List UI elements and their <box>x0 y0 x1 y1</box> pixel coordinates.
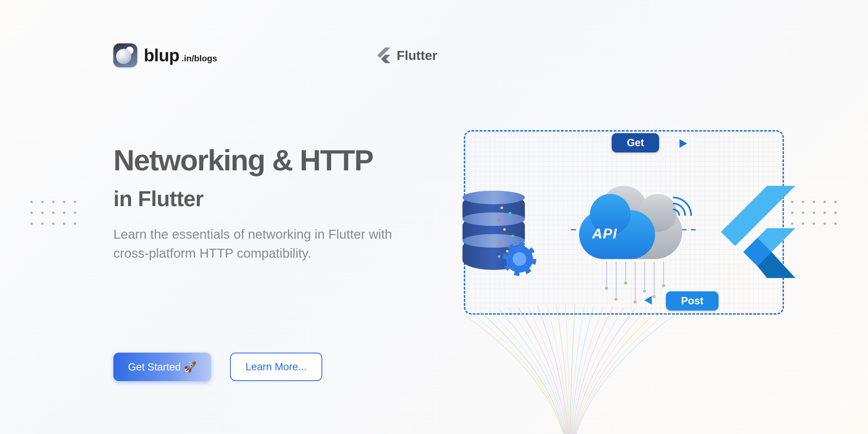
cta-group: Get Started 🚀 Learn More... <box>113 352 322 381</box>
data-stream-icon <box>603 262 674 305</box>
flutter-tag-label: Flutter <box>397 48 437 63</box>
hero-title-line1: Networking & HTTP <box>113 145 412 176</box>
decorative-dots-icon <box>30 201 77 226</box>
brand-name: blup <box>144 45 179 65</box>
http-get-chip: Get <box>612 133 659 152</box>
learn-more-button[interactable]: Learn More... <box>230 352 322 381</box>
hero-title-line2: in Flutter <box>113 186 412 211</box>
hero-subtitle: Learn the essentials of networking in Fl… <box>113 225 412 262</box>
brand-logo-icon <box>113 43 137 67</box>
api-cloud-icon: API <box>579 194 688 265</box>
get-started-button[interactable]: Get Started 🚀 <box>113 352 211 381</box>
api-label: API <box>592 225 617 242</box>
arrow-right-icon <box>680 139 687 148</box>
flutter-logo-icon <box>377 48 390 63</box>
wifi-icon <box>673 197 695 218</box>
flutter-logo-large-icon <box>720 186 796 278</box>
brand-text: blup .in/blogs <box>144 45 217 65</box>
decorative-dots-icon <box>791 201 838 226</box>
page-header: blup .in/blogs Flutter <box>113 43 437 67</box>
brand[interactable]: blup .in/blogs <box>113 43 217 67</box>
hero-section: Networking & HTTP in Flutter Learn the e… <box>113 145 412 263</box>
flow-box: Get Post API <box>464 130 784 315</box>
brand-path: .in/blogs <box>182 54 217 63</box>
flutter-tag: Flutter <box>377 48 437 63</box>
gear-icon <box>506 246 533 273</box>
networking-illustration: Get Post API <box>450 122 798 328</box>
